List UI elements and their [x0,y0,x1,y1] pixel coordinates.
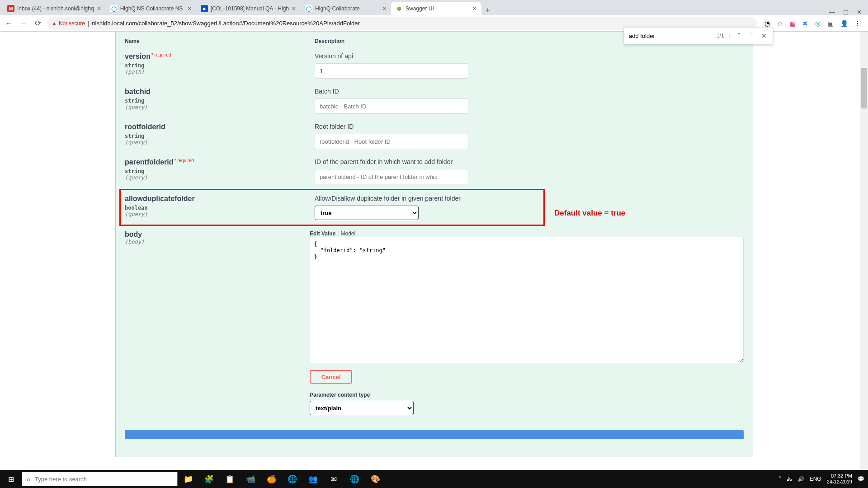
cancel-button[interactable]: Cancel [310,370,352,384]
taskbar-search[interactable]: ⌕ Type here to search [22,472,178,486]
taskbar-app-icon[interactable]: 📹 [240,470,261,488]
find-input[interactable] [629,33,712,39]
nav-forward-button[interactable]: → [18,19,29,28]
browser-tab[interactable]: ■[COL-101598] Manual QA - High✕ [196,2,301,15]
edit-value-tab[interactable]: Edit Value [310,230,335,237]
tray-network-icon[interactable]: 🖧 [787,476,792,482]
taskbar-app-icon[interactable]: 👥 [302,470,323,488]
window-controls: — ▢ ✕ [823,9,868,15]
param-select-allowduplicatefolder[interactable]: true [315,206,419,220]
param-name: version [125,52,151,60]
param-input-batchid[interactable] [315,99,468,114]
find-count: 1/1 [717,33,724,39]
model-tab[interactable]: Model [340,230,355,237]
taskbar-app-icon[interactable]: 🧩 [198,470,219,488]
find-prev-button[interactable]: ˄ [735,32,743,39]
ext-icon-4[interactable]: ◎ [814,19,822,28]
param-row-rootfolderid: rootfolderidstring(query)Root folder ID [125,118,744,154]
param-input-parentfolderid[interactable] [315,169,468,184]
taskbar-apps: 📁🧩📋📹🍊🌐👥✉🌐🎨 [178,470,386,488]
nav-reload-button[interactable]: ⟳ [33,19,43,28]
chrome-menu-icon[interactable]: ⋮ [854,19,862,28]
nav-back-button[interactable]: ← [4,19,14,28]
body-textarea[interactable]: { "folderid": "string" } [310,237,744,363]
tab-close-icon[interactable]: ✕ [187,5,192,12]
parameter-content-type-select[interactable]: text/plain [310,401,414,415]
param-type: boolean [125,205,315,211]
param-in: (query) [125,211,315,217]
taskbar-app-icon[interactable]: 🍊 [261,470,282,488]
taskbar-app-icon[interactable]: 📁 [178,470,198,488]
url-text: nishidh.local.com/collaborate_52/showSwa… [92,20,360,27]
tray-clock[interactable]: 07:32 PM 24-12-2019 [827,473,852,485]
browser-tab[interactable]: ◯HighQ NS Collaborate NS✕ [106,2,196,15]
tab-favicon: ◯ [305,5,312,12]
tray-time: 07:32 PM [827,473,852,479]
bookmark-star-icon[interactable]: ☆ [776,19,784,28]
ext-icon-2[interactable]: ▦ [788,19,797,28]
param-input-version[interactable] [315,63,468,79]
tab-close-icon[interactable]: ✕ [97,5,101,12]
param-name: allowduplicatefolder [125,195,195,202]
tray-language[interactable]: ENG [810,476,821,482]
tray-notifications-icon[interactable]: 💬 [858,476,864,482]
maximize-button[interactable]: ▢ [843,9,849,15]
param-in: (path) [125,69,315,75]
tray-overflow-icon[interactable]: ˄ [778,476,781,482]
tab-title: HighQ Collaborate [315,5,379,12]
search-icon: ⌕ [27,476,30,483]
param-type: string [125,98,315,104]
required-badge: * required [174,158,194,163]
tab-favicon: M [7,5,14,12]
taskbar-app-icon[interactable]: 🌐 [344,470,365,488]
param-input-rootfolderid[interactable] [315,134,468,149]
param-in: (query) [125,104,315,110]
swagger-parameters-panel: Name Description version* requiredstring… [115,32,753,457]
new-tab-button[interactable]: + [481,6,494,15]
param-type: string [125,133,315,139]
param-name: rootfolderid [125,123,165,131]
body-tabs: Edit Value|Model [310,230,744,237]
param-description: Batch ID [315,88,744,95]
find-close-button[interactable]: ✕ [760,32,768,39]
security-warning[interactable]: ▲ Not secure [52,20,85,27]
url-separator: | [88,20,89,27]
tab-close-icon[interactable]: ✕ [472,5,477,12]
tab-title: [COL-101598] Manual QA - High [211,5,289,12]
param-name: parentfolderid [125,158,174,166]
avatar-icon[interactable]: 👤 [839,19,849,28]
param-name: body [125,230,142,238]
tray-date: 24-12-2019 [827,479,852,485]
page-viewport: Name Description version* requiredstring… [0,32,868,470]
tab-close-icon[interactable]: ✕ [292,5,296,12]
tab-favicon: ⬢ [396,5,403,12]
tab-title: Swagger UI [406,5,470,12]
browser-tabstrip: MInbox (44) - nishidh.soni@highq✕◯HighQ … [0,0,868,15]
param-description: ID of the parent folder in which want to… [315,158,744,165]
browser-tab[interactable]: MInbox (44) - nishidh.soni@highq✕ [3,2,106,15]
taskbar-app-icon[interactable]: 🎨 [365,470,386,488]
param-row-parentfolderid: parentfolderid* requiredstring(query)ID … [125,154,744,189]
ext-icon-1[interactable]: ◔ [763,19,771,28]
tab-favicon: ◯ [110,5,118,12]
system-tray: ˄ 🖧 🔊 ENG 07:32 PM 24-12-2019 💬 [775,473,868,485]
execute-button-bar[interactable] [125,430,744,439]
browser-tab[interactable]: ◯HighQ Collaborate✕ [301,2,391,15]
taskbar-app-icon[interactable]: 🌐 [282,470,302,488]
tray-volume-icon[interactable]: 🔊 [797,476,804,482]
find-next-button[interactable]: ˅ [747,32,755,39]
param-row-body: body(body)Edit Value|Model{ "folderid": … [125,226,744,420]
browser-tab[interactable]: ⬢Swagger UI✕ [391,2,481,15]
taskbar-app-icon[interactable]: ✉ [323,470,344,488]
close-window-button[interactable]: ✕ [857,9,862,15]
tab-close-icon[interactable]: ✕ [382,5,387,12]
param-in: (query) [125,139,315,145]
ext-icon-5[interactable]: ▣ [826,19,835,28]
start-button[interactable]: ⊞ [0,475,22,483]
param-type: string [125,168,315,174]
param-description: Version of api [315,52,744,60]
taskbar-app-icon[interactable]: 📋 [219,470,240,488]
tab-title: HighQ NS Collaborate NS [120,5,184,12]
minimize-button[interactable]: — [829,9,835,15]
ext-icon-3[interactable]: ✖ [801,19,809,28]
